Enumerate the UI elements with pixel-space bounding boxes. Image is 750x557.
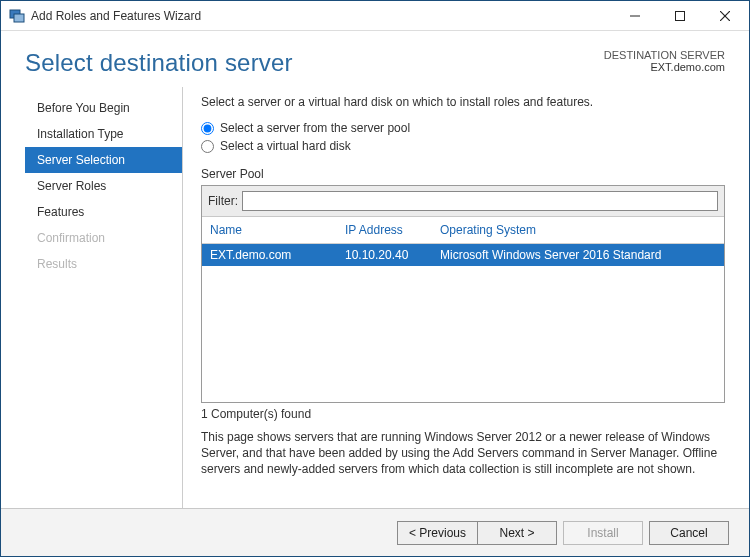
cancel-button[interactable]: Cancel xyxy=(649,521,729,545)
server-pool-box: Filter: Name IP Address Operating System… xyxy=(201,185,725,403)
instruction-text: Select a server or a virtual hard disk o… xyxy=(201,95,725,109)
filter-input[interactable] xyxy=(242,191,718,211)
step-label: Confirmation xyxy=(37,231,105,245)
server-pool-heading: Server Pool xyxy=(201,167,725,181)
step-label: Server Roles xyxy=(37,179,106,193)
destination-server: EXT.demo.com xyxy=(604,61,725,73)
filter-row: Filter: xyxy=(202,186,724,217)
step-features[interactable]: Features xyxy=(25,199,182,225)
footer: < Previous Next > Install Cancel xyxy=(1,508,749,556)
column-header-ip[interactable]: IP Address xyxy=(345,223,440,237)
install-button: Install xyxy=(563,521,643,545)
radio-server-pool[interactable]: Select a server from the server pool xyxy=(201,121,725,135)
radio-vhd-input[interactable] xyxy=(201,140,214,153)
step-label: Before You Begin xyxy=(37,101,130,115)
page-title: Select destination server xyxy=(25,49,293,77)
window-title: Add Roles and Features Wizard xyxy=(31,9,612,23)
table-row[interactable]: EXT.demo.com 10.10.20.40 Microsoft Windo… xyxy=(202,244,724,266)
cell-ip: 10.10.20.40 xyxy=(345,248,440,262)
radio-server-pool-input[interactable] xyxy=(201,122,214,135)
note-text: This page shows servers that are running… xyxy=(201,429,725,478)
step-server-selection[interactable]: Server Selection xyxy=(25,147,182,173)
step-confirmation: Confirmation xyxy=(25,225,182,251)
step-server-roles[interactable]: Server Roles xyxy=(25,173,182,199)
cell-name: EXT.demo.com xyxy=(210,248,345,262)
radio-server-pool-label: Select a server from the server pool xyxy=(220,121,410,135)
previous-button[interactable]: < Previous xyxy=(397,521,477,545)
step-results: Results xyxy=(25,251,182,277)
wizard-steps-sidebar: Before You Begin Installation Type Serve… xyxy=(25,87,183,508)
table-body: EXT.demo.com 10.10.20.40 Microsoft Windo… xyxy=(202,244,724,402)
titlebar: Add Roles and Features Wizard xyxy=(1,1,749,31)
table-header: Name IP Address Operating System xyxy=(202,217,724,244)
column-header-os[interactable]: Operating System xyxy=(440,223,716,237)
radio-vhd-label: Select a virtual hard disk xyxy=(220,139,351,153)
filter-label: Filter: xyxy=(208,194,238,208)
destination-block: DESTINATION SERVER EXT.demo.com xyxy=(604,49,725,73)
maximize-button[interactable] xyxy=(657,2,702,30)
body: Before You Begin Installation Type Serve… xyxy=(1,87,749,508)
column-header-name[interactable]: Name xyxy=(210,223,345,237)
minimize-button[interactable] xyxy=(612,2,657,30)
window-controls xyxy=(612,2,747,30)
destination-label: DESTINATION SERVER xyxy=(604,49,725,61)
next-button[interactable]: Next > xyxy=(477,521,557,545)
nav-button-group: < Previous Next > xyxy=(397,521,557,545)
cell-os: Microsoft Windows Server 2016 Standard xyxy=(440,248,716,262)
computers-found-text: 1 Computer(s) found xyxy=(201,407,725,421)
svg-rect-3 xyxy=(675,11,684,20)
step-label: Features xyxy=(37,205,84,219)
step-label: Server Selection xyxy=(37,153,125,167)
step-label: Installation Type xyxy=(37,127,124,141)
radio-vhd[interactable]: Select a virtual hard disk xyxy=(201,139,725,153)
step-installation-type[interactable]: Installation Type xyxy=(25,121,182,147)
app-icon xyxy=(9,8,25,24)
close-button[interactable] xyxy=(702,2,747,30)
step-before-you-begin[interactable]: Before You Begin xyxy=(25,95,182,121)
svg-rect-1 xyxy=(14,14,24,22)
content-pane: Select a server or a virtual hard disk o… xyxy=(183,87,725,508)
header: Select destination server DESTINATION SE… xyxy=(1,31,749,87)
step-label: Results xyxy=(37,257,77,271)
